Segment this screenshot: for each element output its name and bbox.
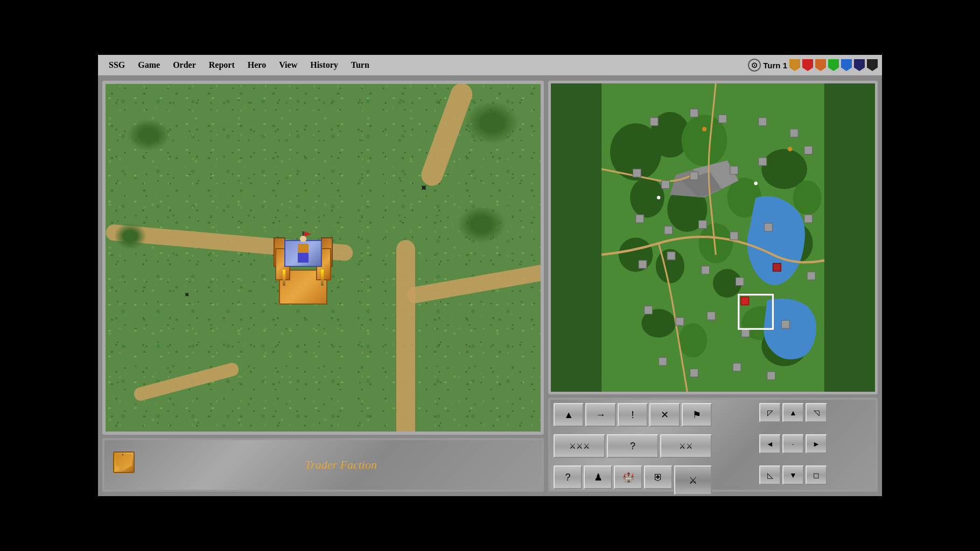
svg-rect-41 (736, 278, 744, 286)
svg-rect-42 (773, 263, 781, 271)
svg-point-17 (678, 323, 707, 358)
svg-rect-52 (767, 372, 775, 380)
menu-report[interactable]: Report (202, 58, 241, 72)
tree-upper-right (465, 101, 519, 144)
svg-rect-48 (781, 320, 789, 328)
unit-body (113, 451, 135, 473)
castle-body (271, 240, 335, 310)
hero-button[interactable]: ♟ (584, 465, 612, 489)
svg-point-8 (698, 223, 733, 263)
svg-rect-26 (633, 169, 641, 177)
menu-ssg[interactable]: SSG (102, 58, 131, 72)
svg-point-14 (793, 180, 822, 215)
dir-up-right-button[interactable]: ◹ (806, 403, 827, 422)
red-shield-icon (802, 59, 813, 71)
alert-button[interactable]: ! (618, 403, 648, 427)
menu-history[interactable]: History (304, 58, 345, 72)
svg-rect-50 (690, 369, 698, 377)
gold-shield-icon (789, 59, 800, 71)
castle-sprite[interactable] (271, 240, 335, 310)
menu-order[interactable]: Order (166, 58, 202, 72)
menu-hero[interactable]: Hero (241, 58, 272, 72)
svg-rect-24 (759, 118, 767, 126)
dir-row-2: ◄ · ► (714, 434, 872, 464)
dir-up-button[interactable]: ▲ (782, 403, 804, 422)
app-window: SSG Game Order Report Hero View History … (98, 55, 882, 496)
dir-up-left-button[interactable]: ◸ (759, 403, 781, 422)
svg-point-55 (657, 196, 660, 199)
svg-rect-43 (807, 272, 815, 280)
menu-turn[interactable]: Turn (345, 58, 376, 72)
flag-button[interactable]: ⚑ (682, 403, 712, 427)
faction-name: Trader Faction (149, 458, 533, 472)
svg-rect-27 (662, 180, 670, 188)
svg-rect-21 (650, 118, 658, 126)
green-shield-icon (828, 59, 839, 71)
svg-point-54 (788, 147, 792, 151)
svg-rect-29 (730, 166, 738, 174)
unit-shield (116, 454, 132, 470)
minimap[interactable] (548, 81, 878, 394)
svg-rect-30 (759, 158, 767, 166)
siege-button[interactable]: 🏰 (614, 465, 642, 489)
ctrl-left: ▲ → ! ✕ ⚑ ⚔⚔⚔ ? ⚔⚔ ? ♟ (554, 403, 712, 495)
ctrl-row-3: ? ♟ 🏰 ⛨ ⚔ (554, 465, 712, 495)
svg-rect-32 (636, 215, 644, 223)
svg-point-6 (619, 238, 653, 272)
svg-rect-25 (790, 129, 798, 137)
svg-rect-58 (741, 297, 749, 305)
dir-row-3: ◺ ▼ ◻ (714, 465, 872, 495)
svg-rect-28 (690, 172, 698, 180)
tree-mid-right (457, 206, 506, 243)
dir-right-button[interactable]: ► (806, 434, 827, 454)
dir-left-button[interactable]: ◄ (759, 434, 781, 454)
dark-shield-icon (854, 59, 865, 71)
map-view[interactable]: ✦ ✦ (102, 81, 544, 435)
svg-rect-51 (733, 363, 741, 371)
info-panel: Trader Faction (102, 438, 544, 492)
svg-rect-31 (804, 146, 813, 154)
dir-down-button[interactable]: ▼ (782, 465, 804, 485)
svg-rect-23 (719, 115, 727, 123)
road-center-down (396, 240, 415, 435)
unit-icon (113, 451, 140, 478)
map-canvas: ✦ ✦ (106, 84, 541, 432)
main-content: ✦ ✦ (98, 76, 882, 496)
dir-down-right-button[interactable]: ◻ (806, 465, 827, 485)
attack-button[interactable]: ✕ (649, 403, 680, 427)
svg-rect-47 (741, 329, 750, 337)
move-button[interactable]: ▲ (554, 403, 584, 427)
figure-head (300, 236, 306, 242)
help-button[interactable]: ? (554, 465, 582, 489)
orange-shield-icon (815, 59, 826, 71)
next-unit-button[interactable]: → (585, 403, 615, 427)
battle-button[interactable]: ⚔ (674, 465, 712, 495)
dir-down-left-button[interactable]: ◺ (759, 465, 781, 485)
svg-rect-22 (690, 109, 698, 117)
svg-rect-35 (730, 232, 738, 240)
controls-panel: ▲ → ! ✕ ⚑ ⚔⚔⚔ ? ⚔⚔ ? ♟ (548, 398, 878, 492)
blue-shield-icon (841, 59, 852, 71)
right-panel: ▲ → ! ✕ ⚑ ⚔⚔⚔ ? ⚔⚔ ? ♟ (548, 81, 878, 492)
castle-figure (298, 244, 309, 263)
black-shield-icon (867, 59, 878, 71)
svg-rect-33 (664, 226, 673, 234)
menu-view[interactable]: View (272, 58, 304, 72)
svg-rect-40 (702, 266, 710, 274)
menubar: SSG Game Order Report Hero View History … (98, 55, 882, 76)
svg-rect-45 (676, 317, 684, 326)
svg-rect-37 (804, 215, 813, 223)
ctrl-row-1: ▲ → ! ✕ ⚑ (554, 403, 712, 433)
svg-rect-44 (645, 306, 653, 314)
group-action-button[interactable]: ⚔⚔ (660, 434, 712, 458)
svg-rect-36 (765, 223, 773, 231)
garrison-button[interactable]: ⛨ (644, 465, 673, 489)
menu-game[interactable]: Game (131, 58, 166, 72)
dir-center-button[interactable]: · (782, 434, 804, 454)
unit-flag (122, 450, 123, 455)
question-button[interactable]: ? (607, 434, 659, 458)
group-move-button[interactable]: ⚔⚔⚔ (554, 434, 605, 458)
svg-rect-38 (639, 260, 647, 269)
svg-point-53 (702, 127, 706, 131)
svg-rect-49 (659, 357, 667, 365)
